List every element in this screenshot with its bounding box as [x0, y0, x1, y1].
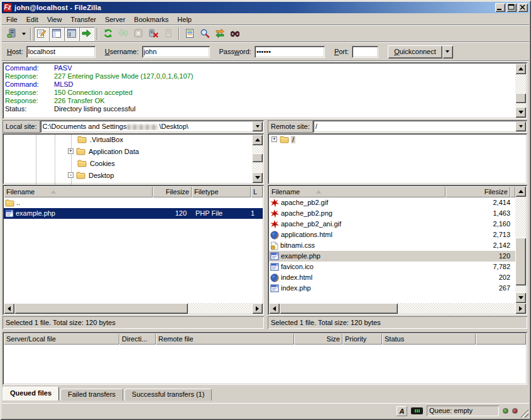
quickconnect-button[interactable]: Quickconnect [388, 45, 442, 58]
column-header-status[interactable]: Status [382, 333, 476, 345]
expander-plus-icon[interactable]: + [68, 148, 74, 154]
scroll-down-button[interactable] [515, 107, 526, 118]
local-hscrollbar[interactable] [4, 303, 263, 314]
tree-item[interactable]: +Application Data [3, 145, 264, 157]
column-header-filesize[interactable]: Filesize [153, 186, 192, 197]
host-input[interactable] [26, 46, 96, 58]
file-row[interactable]: example.php120 [269, 251, 515, 262]
refresh-button[interactable] [101, 27, 116, 41]
minimize-button[interactable] [495, 3, 505, 12]
port-input[interactable] [352, 46, 378, 58]
toggle-queue-button[interactable] [79, 27, 94, 41]
scroll-down-button[interactable] [515, 292, 526, 303]
menu-bookmarks[interactable]: Bookmarks [129, 14, 173, 25]
scroll-track[interactable] [515, 197, 526, 292]
file-row[interactable]: .. [4, 197, 263, 208]
menu-edit[interactable]: Edit [22, 14, 43, 25]
menu-help[interactable]: Help [173, 14, 196, 25]
column-header-filler[interactable] [476, 333, 526, 345]
column-header-l[interactable]: L [251, 186, 263, 197]
file-row[interactable]: index.html202 [269, 272, 515, 283]
tree-item[interactable]: -Desktop [3, 169, 264, 181]
synchronized-browsing-button[interactable] [212, 27, 227, 41]
scroll-track[interactable] [280, 303, 515, 314]
scroll-track[interactable] [252, 145, 263, 172]
remote-site-dropdown[interactable] [515, 121, 526, 131]
toggle-message-log-button[interactable] [34, 27, 49, 41]
scroll-left-button[interactable] [269, 303, 280, 314]
scroll-up-button[interactable] [515, 64, 526, 74]
column-header-filename[interactable]: Filename [269, 186, 446, 197]
file-row[interactable]: apache_pb2.gif2,414 [269, 197, 515, 208]
tab-queued-files[interactable]: Queued files [3, 387, 59, 401]
message-log[interactable]: Command:PASVResponse:227 Entering Passiv… [3, 62, 527, 119]
tree-item[interactable]: +/ [268, 133, 527, 145]
scroll-track[interactable] [515, 74, 526, 107]
column-header-filetype[interactable]: Filetype [192, 186, 251, 197]
scroll-right-button[interactable] [252, 303, 263, 314]
resize-grip[interactable] [520, 409, 528, 417]
scroll-track[interactable] [14, 303, 252, 314]
find-files-button[interactable] [227, 27, 243, 41]
menu-view[interactable]: View [43, 14, 67, 25]
column-header-size[interactable]: Size [294, 333, 342, 345]
username-input[interactable] [142, 46, 210, 58]
scroll-up-button[interactable] [252, 135, 263, 145]
scroll-thumb[interactable] [280, 303, 398, 314]
close-button[interactable] [518, 3, 528, 12]
scroll-thumb[interactable] [252, 153, 263, 162]
local-tree[interactable]: .VirtualBox+Application DataCookies-Desk… [3, 133, 264, 184]
title-bar[interactable]: Fz john@localhost - FileZilla [2, 2, 529, 13]
local-tree-scrollbar[interactable] [252, 135, 263, 183]
column-header-filler[interactable] [510, 186, 515, 197]
remote-tree[interactable]: +/ [268, 133, 527, 184]
transfer-queue[interactable]: Server/Local fileDirecti...Remote fileSi… [3, 332, 527, 385]
quickconnect-dropdown[interactable] [442, 45, 453, 58]
menu-server[interactable]: Server [101, 14, 129, 25]
toggle-remote-tree-button[interactable] [64, 27, 79, 41]
remote-vscrollbar[interactable] [515, 186, 526, 303]
file-row[interactable]: favicon.ico7,782 [269, 262, 515, 272]
maximize-button[interactable] [506, 3, 517, 12]
log-scrollbar[interactable] [515, 64, 526, 118]
file-row[interactable]: example.php120PHP File1 [4, 208, 263, 219]
file-row[interactable]: index.php267 [269, 283, 515, 294]
expander-minus-icon[interactable]: - [68, 172, 74, 178]
password-input[interactable] [255, 46, 325, 58]
column-header-serverlocalfile[interactable]: Server/Local file [4, 333, 119, 345]
local-site-dropdown[interactable] [252, 121, 263, 131]
toggle-local-tree-button[interactable] [49, 27, 64, 41]
file-row[interactable]: bitnami.css2,142 [269, 240, 515, 251]
scroll-down-button[interactable] [252, 172, 263, 183]
tree-item[interactable]: Cookies [3, 157, 264, 169]
scroll-thumb[interactable] [515, 93, 526, 103]
scroll-right-button[interactable] [515, 303, 526, 314]
remote-site-combo[interactable]: / [313, 120, 527, 133]
file-row[interactable]: applications.html2,713 [269, 229, 515, 240]
tree-item[interactable]: .VirtualBox [3, 133, 264, 145]
file-row[interactable]: apache_pb2_ani.gif2,160 [269, 219, 515, 229]
column-header-priority[interactable]: Priority [342, 333, 382, 345]
remote-hscrollbar[interactable] [269, 303, 526, 314]
tab-successful-transfers-1-[interactable]: Successful transfers (1) [124, 389, 212, 401]
scroll-up-button[interactable] [515, 186, 526, 197]
scroll-thumb[interactable] [14, 303, 188, 314]
scroll-left-button[interactable] [4, 303, 14, 314]
tab-failed-transfers[interactable]: Failed transfers [60, 389, 123, 401]
column-header-filesize[interactable]: Filesize [446, 186, 510, 197]
site-manager-dropdown[interactable] [19, 27, 28, 41]
column-header-directi[interactable]: Directi... [119, 333, 156, 345]
expander-plus-icon[interactable]: + [271, 136, 277, 142]
directory-comparison-button[interactable] [197, 27, 212, 41]
disconnect-button[interactable] [146, 27, 161, 41]
site-manager-button[interactable] [4, 27, 19, 41]
local-site-combo[interactable]: C:\Documents and Settings\Desktop\ [40, 120, 264, 133]
column-header-filename[interactable]: Filename [4, 186, 153, 197]
column-header-remotefile[interactable]: Remote file [156, 333, 294, 345]
menu-transfer[interactable]: Transfer [66, 14, 101, 25]
remote-file-list[interactable]: FilenameFilesize apache_pb2.gif2,414apac… [268, 185, 527, 315]
filter-button[interactable] [182, 27, 197, 41]
local-file-list[interactable]: FilenameFilesizeFiletypeL ..example.php1… [3, 185, 264, 315]
menu-file[interactable]: File [2, 14, 22, 25]
scroll-thumb[interactable] [515, 238, 526, 285]
